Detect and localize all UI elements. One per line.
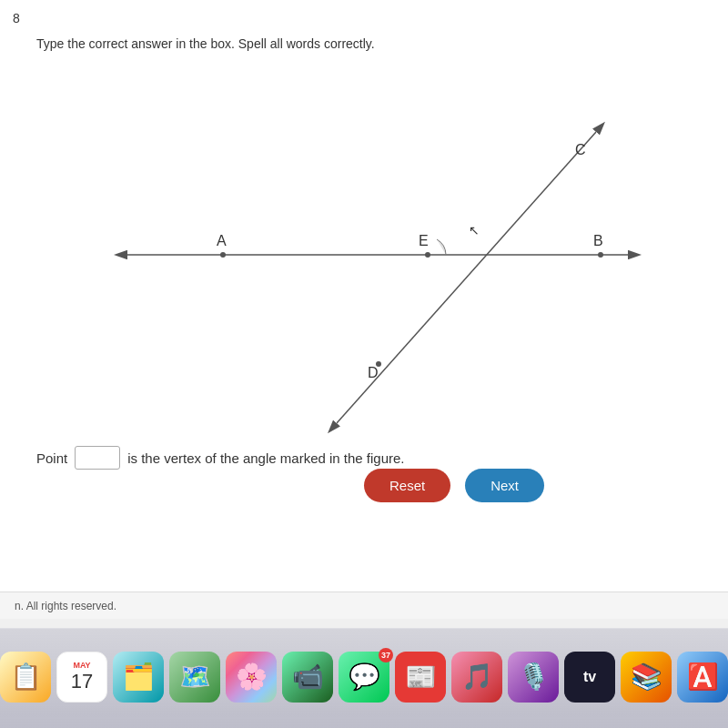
facetime-icon: 📹 <box>292 662 324 692</box>
books-icon: 📚 <box>631 662 662 692</box>
instructions: Type the correct answer in the box. Spel… <box>36 36 375 51</box>
footer-text: n. All rights reserved. <box>15 600 116 612</box>
buttons-area: Reset Next <box>364 469 544 502</box>
prompt-after: is the vertex of the angle marked in the… <box>127 450 404 466</box>
dock-calendar[interactable]: MAY 17 <box>56 652 107 703</box>
music-icon: 🎵 <box>461 662 493 692</box>
dock: 🧭 📋 MAY 17 🗂️ 🗺️ 🌸 📹 💬 37 📰 🎵 🎙️ tv 📚 <box>0 628 728 728</box>
svg-text:↖: ↖ <box>469 223 480 238</box>
footer-bar: n. All rights reserved. <box>0 592 728 619</box>
dock-maps[interactable]: 🗺️ <box>169 652 220 703</box>
diagram-area: A E B C D ↖ <box>55 64 692 446</box>
dock-notes[interactable]: 📋 <box>0 652 51 703</box>
dock-photos[interactable]: 🌸 <box>226 652 277 703</box>
svg-point-7 <box>220 252 226 258</box>
podcasts-icon: 🎙️ <box>518 662 550 692</box>
next-button[interactable]: Next <box>465 469 544 502</box>
dock-podcasts[interactable]: 🎙️ <box>508 652 559 703</box>
geometry-diagram: A E B C D ↖ <box>55 64 692 446</box>
dock-news[interactable]: 📰 <box>395 652 446 703</box>
appstore-icon: 🅰️ <box>687 662 719 692</box>
photos-icon: 🌸 <box>236 662 268 692</box>
dock-finder[interactable]: 🗂️ <box>113 652 164 703</box>
main-content: 8 Type the correct answer in the box. Sp… <box>0 0 728 619</box>
answer-input[interactable] <box>75 446 120 470</box>
label-A: A <box>217 233 227 248</box>
reset-button[interactable]: Reset <box>364 469 450 502</box>
dock-tv[interactable]: tv <box>564 652 615 703</box>
dock-facetime[interactable]: 📹 <box>282 652 333 703</box>
messages-icon: 💬 <box>349 662 380 692</box>
dock-messages[interactable]: 💬 37 <box>339 652 389 703</box>
answer-area: Point is the vertex of the angle marked … <box>36 446 405 470</box>
dock-books[interactable]: 📚 <box>621 652 672 703</box>
finder-icon: 🗂️ <box>123 662 155 692</box>
label-C: C <box>575 142 586 157</box>
dock-music[interactable]: 🎵 <box>451 652 502 703</box>
question-number: 8 <box>13 11 20 25</box>
calendar-month: MAY <box>73 661 90 670</box>
maps-icon: 🗺️ <box>179 662 211 692</box>
notes-icon: 📋 <box>10 662 42 692</box>
messages-badge: 37 <box>379 648 393 662</box>
label-E: E <box>419 233 429 248</box>
news-icon: 📰 <box>405 662 437 692</box>
label-B: B <box>593 233 603 248</box>
dock-appstore[interactable]: 🅰️ <box>677 652 728 703</box>
prompt-before: Point <box>36 450 67 466</box>
svg-point-6 <box>425 252 430 258</box>
label-D: D <box>368 365 379 380</box>
calendar-day: 17 <box>71 670 93 693</box>
svg-point-8 <box>598 252 603 258</box>
tv-icon: tv <box>583 669 596 685</box>
